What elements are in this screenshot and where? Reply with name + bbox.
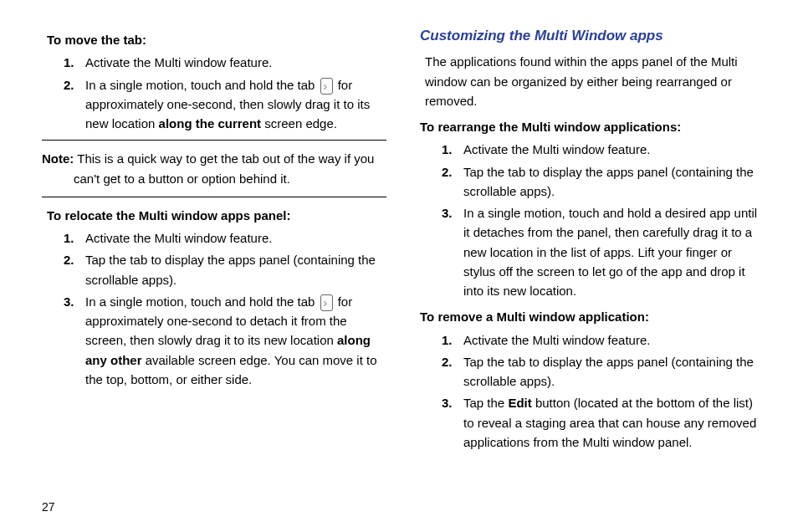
intro-paragraph: The applications found within the apps p… [420,52,765,110]
right-column: Customizing the Multi Window apps The ap… [420,25,765,454]
bold-text: along the current [159,116,262,130]
step-text: In a single motion, touch and hold the t… [85,78,319,92]
list-item: Tap the tab to display the apps panel (c… [42,250,386,289]
tab-icon [320,78,333,95]
note-label: Note: [42,151,74,166]
relocate-heading: To relocate the Multi window apps panel: [42,206,386,225]
divider [42,140,386,141]
list-item: Activate the Multi window feature. [42,228,386,248]
list-item: In a single motion, touch and hold the t… [42,75,386,134]
step-text: Activate the Multi window feature. [463,333,650,347]
list-item: Activate the Multi window feature. [420,330,765,350]
step-text: Tap the tab to display the apps panel (c… [463,355,754,388]
step-text: Activate the Multi window feature. [85,55,272,69]
remove-list: Activate the Multi window feature. Tap t… [420,330,765,453]
page-number: 27 [42,500,55,514]
step-text: In a single motion, touch and hold the t… [85,294,319,309]
left-column: To move the tab: Activate the Multi wind… [42,25,386,454]
note-block: Note: This is a quick way to get the tab… [42,149,386,188]
step-text: Tap the tab to display the apps panel (c… [463,165,754,198]
rearrange-heading: To rearrange the Multi window applicatio… [420,117,765,136]
step-text: Activate the Multi window feature. [463,142,650,156]
divider [42,197,386,197]
section-title: Customizing the Multi Window apps [420,25,765,47]
step-text: In a single motion, touch and hold a des… [463,206,757,298]
list-item: In a single motion, touch and hold a des… [420,203,765,300]
list-item: Activate the Multi window feature. [420,140,765,159]
list-item: In a single motion, touch and hold the t… [42,292,386,389]
step-text: Tap the [463,396,508,410]
rearrange-list: Activate the Multi window feature. Tap t… [420,140,765,300]
list-item: Tap the tab to display the apps panel (c… [420,162,765,202]
list-item: Activate the Multi window feature. [42,53,386,72]
move-tab-list: Activate the Multi window feature. In a … [42,53,386,133]
list-item: Tap the Edit button (located at the bott… [420,393,765,452]
step-text: Tap the tab to display the apps panel (c… [85,253,376,286]
tab-icon [320,294,333,311]
move-tab-heading: To move the tab: [42,30,386,49]
remove-heading: To remove a Multi window application: [420,307,765,326]
step-text: screen edge. [261,116,337,130]
relocate-list: Activate the Multi window feature. Tap t… [42,228,386,389]
step-text: Activate the Multi window feature. [85,231,272,245]
note-text: This is a quick way to get the tab out o… [74,151,374,185]
list-item: Tap the tab to display the apps panel (c… [420,352,765,391]
bold-text: Edit [508,396,531,410]
